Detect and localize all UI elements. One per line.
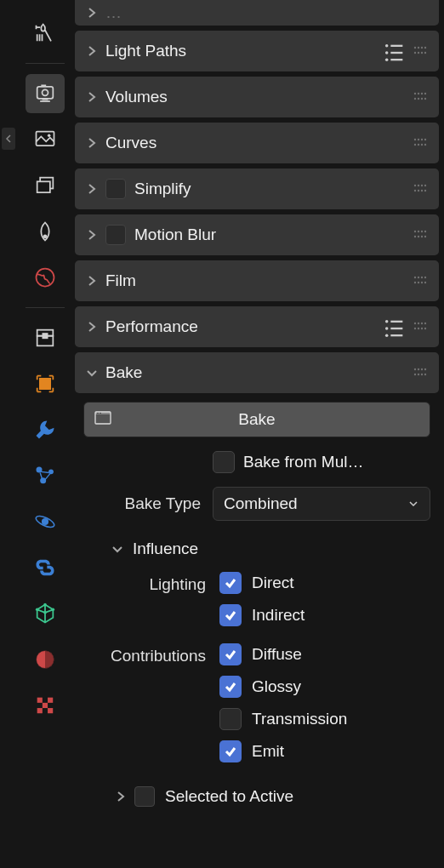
panel-header-light-paths[interactable]: Light Paths: [75, 31, 439, 71]
contrib-glossy-checkbox[interactable]: [219, 676, 242, 698]
tab-modifier[interactable]: [26, 410, 65, 449]
svg-point-47: [421, 93, 423, 94]
svg-rect-14: [39, 378, 51, 390]
svg-point-102: [424, 368, 426, 370]
svg-point-77: [414, 277, 416, 278]
drag-icon[interactable]: [412, 317, 430, 336]
svg-point-31: [385, 44, 389, 48]
svg-point-75: [421, 236, 423, 237]
tab-tool[interactable]: [26, 14, 65, 53]
contrib-emit-checkbox[interactable]: [219, 740, 242, 762]
svg-point-17: [40, 477, 46, 483]
preset-icon[interactable]: [383, 317, 407, 337]
tab-texture[interactable]: [26, 686, 65, 725]
tab-view-layer[interactable]: [26, 166, 65, 205]
subpanel-header-influence[interactable]: Influence: [83, 526, 430, 568]
properties-main: … Light PathsVolumesCurvesSimplifyMotion…: [73, 0, 444, 868]
svg-rect-29: [37, 708, 43, 713]
chevron-right-icon: [83, 226, 100, 243]
svg-rect-86: [390, 321, 402, 323]
svg-point-82: [418, 282, 419, 283]
svg-point-71: [421, 231, 423, 232]
panel-header-film[interactable]: Film: [75, 260, 439, 301]
svg-rect-8: [37, 181, 50, 192]
svg-point-39: [421, 47, 423, 49]
tab-scene[interactable]: [26, 212, 65, 251]
svg-point-52: [424, 98, 426, 100]
svg-point-105: [421, 374, 423, 375]
tab-render[interactable]: [26, 74, 65, 113]
tab-object[interactable]: [26, 364, 65, 403]
tab-world[interactable]: [26, 258, 65, 297]
lighting-indirect-label: Indirect: [252, 606, 305, 625]
bake-button[interactable]: Bake: [83, 402, 430, 437]
svg-point-84: [424, 282, 426, 283]
tab-collection[interactable]: [26, 318, 65, 357]
tab-constraint[interactable]: [26, 548, 65, 587]
selected-to-active-checkbox[interactable]: [134, 786, 155, 807]
svg-point-48: [424, 93, 426, 94]
contrib-transmission-checkbox[interactable]: [219, 708, 242, 730]
drag-icon[interactable]: [412, 180, 430, 198]
svg-point-49: [414, 98, 416, 100]
svg-point-21: [36, 608, 39, 612]
tab-object-data[interactable]: [26, 594, 65, 633]
panel-header-curves[interactable]: Curves: [75, 123, 439, 163]
bake-type-select[interactable]: Combined: [213, 487, 430, 521]
svg-point-94: [424, 323, 426, 324]
svg-point-22: [52, 608, 55, 612]
svg-point-18: [42, 518, 48, 525]
svg-point-98: [424, 328, 426, 329]
contrib-diffuse-label: Diffuse: [252, 645, 302, 664]
svg-point-104: [418, 374, 419, 375]
drag-icon[interactable]: [412, 271, 430, 290]
svg-point-97: [421, 328, 423, 329]
panel-header-bake[interactable]: Bake: [75, 352, 439, 393]
svg-rect-90: [390, 334, 402, 336]
contrib-diffuse-checkbox[interactable]: [219, 643, 242, 665]
lighting-indirect-checkbox[interactable]: [219, 604, 242, 626]
preset-icon[interactable]: [383, 41, 407, 61]
bake-from-multires-checkbox[interactable]: [213, 451, 235, 473]
bake-from-multires-label: Bake from Mul…: [243, 453, 363, 471]
panel-header-performance[interactable]: Performance: [75, 306, 439, 347]
region-toggle[interactable]: [2, 128, 15, 150]
svg-point-43: [421, 52, 423, 54]
svg-rect-0: [37, 87, 54, 99]
svg-rect-13: [43, 333, 48, 339]
lighting-direct-label: Direct: [252, 574, 294, 592]
panel-header-volumes[interactable]: Volumes: [75, 77, 439, 117]
panel-partial-top[interactable]: …: [75, 0, 439, 26]
bake-button-label: Bake: [238, 410, 275, 429]
svg-rect-3: [43, 99, 48, 100]
drag-icon[interactable]: [412, 134, 430, 152]
svg-point-41: [414, 52, 416, 54]
svg-point-65: [414, 190, 416, 191]
editor-edge: [0, 0, 17, 868]
image-icon: [93, 408, 113, 432]
panel-enable-checkbox[interactable]: [105, 179, 126, 199]
svg-rect-34: [390, 52, 402, 54]
panel-label: Volumes: [105, 88, 412, 106]
panel-enable-checkbox[interactable]: [105, 225, 126, 245]
subpanel-header-selected-to-active[interactable]: Selected to Active: [83, 773, 430, 807]
tab-material[interactable]: [26, 640, 65, 679]
svg-point-74: [418, 236, 419, 237]
chevron-down-icon: [109, 540, 126, 557]
svg-point-6: [48, 134, 51, 138]
panel-header-simplify[interactable]: Simplify: [75, 168, 439, 209]
drag-icon[interactable]: [412, 226, 430, 244]
svg-point-9: [43, 235, 48, 239]
svg-point-69: [414, 231, 416, 232]
drag-icon[interactable]: [412, 363, 430, 382]
lighting-direct-checkbox[interactable]: [219, 572, 242, 594]
drag-icon[interactable]: [412, 42, 430, 60]
svg-point-62: [418, 185, 419, 186]
tab-physics[interactable]: [26, 502, 65, 541]
contrib-glossy-label: Glossy: [252, 677, 301, 696]
panel-header-motion-blur[interactable]: Motion Blur: [75, 214, 439, 255]
svg-rect-26: [37, 698, 43, 703]
tab-particle[interactable]: [26, 456, 65, 495]
drag-icon[interactable]: [412, 88, 430, 106]
tab-output[interactable]: [26, 120, 65, 159]
